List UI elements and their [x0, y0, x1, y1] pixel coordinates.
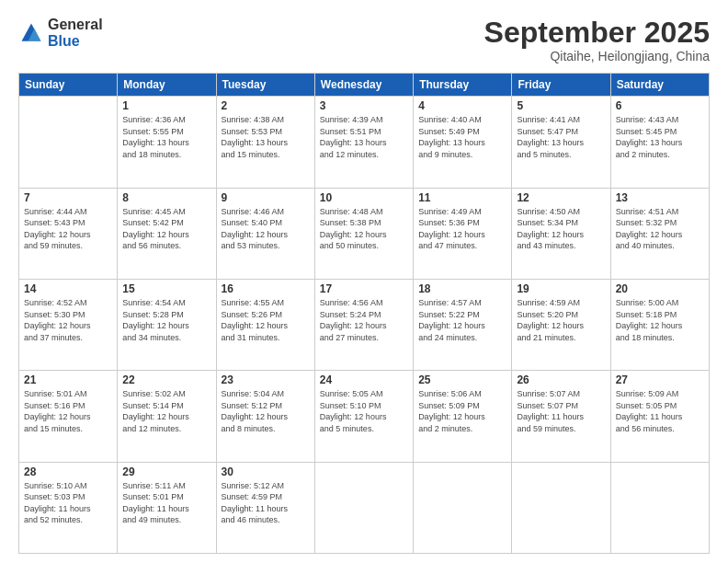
- day-number: 24: [320, 373, 408, 386]
- day-number: 25: [418, 373, 506, 386]
- day-detail: Sunrise: 5:02 AM Sunset: 5:14 PM Dayligh…: [122, 388, 210, 434]
- day-detail: Sunrise: 5:11 AM Sunset: 5:01 PM Dayligh…: [122, 480, 210, 526]
- calendar-cell: 8Sunrise: 4:45 AM Sunset: 5:42 PM Daylig…: [118, 188, 216, 279]
- calendar-cell: 14Sunrise: 4:52 AM Sunset: 5:30 PM Dayli…: [19, 279, 118, 370]
- day-detail: Sunrise: 4:59 AM Sunset: 5:20 PM Dayligh…: [517, 297, 605, 343]
- logo-icon: [18, 20, 44, 46]
- day-detail: Sunrise: 5:01 AM Sunset: 5:16 PM Dayligh…: [24, 388, 112, 434]
- calendar-cell: 25Sunrise: 5:06 AM Sunset: 5:09 PM Dayli…: [414, 371, 512, 462]
- day-detail: Sunrise: 4:57 AM Sunset: 5:22 PM Dayligh…: [418, 297, 506, 343]
- day-number: 22: [122, 373, 210, 386]
- day-number: 12: [517, 191, 605, 204]
- day-number: 18: [418, 282, 506, 295]
- logo-general-text: General: [48, 17, 103, 33]
- weekday-header: Sunday: [19, 74, 118, 97]
- day-number: 27: [616, 373, 704, 386]
- day-number: 16: [222, 282, 310, 295]
- calendar-cell: 16Sunrise: 4:55 AM Sunset: 5:26 PM Dayli…: [216, 279, 314, 370]
- day-detail: Sunrise: 4:49 AM Sunset: 5:36 PM Dayligh…: [418, 206, 506, 252]
- weekday-row: SundayMondayTuesdayWednesdayThursdayFrid…: [19, 74, 710, 97]
- day-number: 21: [24, 373, 112, 386]
- day-detail: Sunrise: 5:06 AM Sunset: 5:09 PM Dayligh…: [418, 388, 506, 434]
- calendar-cell: 29Sunrise: 5:11 AM Sunset: 5:01 PM Dayli…: [118, 462, 216, 553]
- calendar-cell: [414, 462, 512, 553]
- weekday-header: Wednesday: [314, 74, 413, 97]
- calendar-cell: 19Sunrise: 4:59 AM Sunset: 5:20 PM Dayli…: [512, 279, 610, 370]
- day-detail: Sunrise: 4:39 AM Sunset: 5:51 PM Dayligh…: [320, 114, 408, 160]
- calendar-cell: 24Sunrise: 5:05 AM Sunset: 5:10 PM Dayli…: [314, 371, 413, 462]
- calendar-cell: 22Sunrise: 5:02 AM Sunset: 5:14 PM Dayli…: [118, 371, 216, 462]
- calendar-cell: [314, 462, 413, 553]
- day-detail: Sunrise: 4:56 AM Sunset: 5:24 PM Dayligh…: [320, 297, 408, 343]
- calendar-week-row: 14Sunrise: 4:52 AM Sunset: 5:30 PM Dayli…: [19, 279, 710, 370]
- day-number: 4: [418, 99, 506, 112]
- day-number: 1: [122, 99, 210, 112]
- calendar-cell: 12Sunrise: 4:50 AM Sunset: 5:34 PM Dayli…: [512, 188, 610, 279]
- calendar-cell: 15Sunrise: 4:54 AM Sunset: 5:28 PM Dayli…: [118, 279, 216, 370]
- calendar-cell: 11Sunrise: 4:49 AM Sunset: 5:36 PM Dayli…: [414, 188, 512, 279]
- weekday-header: Thursday: [414, 74, 512, 97]
- calendar-cell: 3Sunrise: 4:39 AM Sunset: 5:51 PM Daylig…: [314, 97, 413, 188]
- calendar-cell: 23Sunrise: 5:04 AM Sunset: 5:12 PM Dayli…: [216, 371, 314, 462]
- day-detail: Sunrise: 4:43 AM Sunset: 5:45 PM Dayligh…: [616, 114, 704, 160]
- calendar-cell: 26Sunrise: 5:07 AM Sunset: 5:07 PM Dayli…: [512, 371, 610, 462]
- calendar-cell: 5Sunrise: 4:41 AM Sunset: 5:47 PM Daylig…: [512, 97, 610, 188]
- day-detail: Sunrise: 4:54 AM Sunset: 5:28 PM Dayligh…: [122, 297, 210, 343]
- day-number: 2: [222, 99, 310, 112]
- day-detail: Sunrise: 5:07 AM Sunset: 5:07 PM Dayligh…: [517, 388, 605, 434]
- day-number: 23: [222, 373, 310, 386]
- calendar-cell: 20Sunrise: 5:00 AM Sunset: 5:18 PM Dayli…: [610, 279, 709, 370]
- weekday-header: Monday: [118, 74, 216, 97]
- day-detail: Sunrise: 4:45 AM Sunset: 5:42 PM Dayligh…: [122, 206, 210, 252]
- calendar-cell: 2Sunrise: 4:38 AM Sunset: 5:53 PM Daylig…: [216, 97, 314, 188]
- day-detail: Sunrise: 4:41 AM Sunset: 5:47 PM Dayligh…: [517, 114, 605, 160]
- calendar-cell: 13Sunrise: 4:51 AM Sunset: 5:32 PM Dayli…: [610, 188, 709, 279]
- day-number: 3: [320, 99, 408, 112]
- calendar-cell: 9Sunrise: 4:46 AM Sunset: 5:40 PM Daylig…: [216, 188, 314, 279]
- day-detail: Sunrise: 4:38 AM Sunset: 5:53 PM Dayligh…: [222, 114, 310, 160]
- day-number: 8: [122, 191, 210, 204]
- day-detail: Sunrise: 5:12 AM Sunset: 4:59 PM Dayligh…: [222, 480, 310, 526]
- day-number: 15: [122, 282, 210, 295]
- calendar-header: SundayMondayTuesdayWednesdayThursdayFrid…: [19, 74, 710, 97]
- day-number: 6: [616, 99, 704, 112]
- day-detail: Sunrise: 5:10 AM Sunset: 5:03 PM Dayligh…: [24, 480, 112, 526]
- day-number: 29: [122, 465, 210, 478]
- day-number: 7: [24, 191, 112, 204]
- day-detail: Sunrise: 4:50 AM Sunset: 5:34 PM Dayligh…: [517, 206, 605, 252]
- day-detail: Sunrise: 4:46 AM Sunset: 5:40 PM Dayligh…: [222, 206, 310, 252]
- month-title: September 2025: [484, 17, 710, 49]
- day-detail: Sunrise: 4:44 AM Sunset: 5:43 PM Dayligh…: [24, 206, 112, 252]
- day-number: 11: [418, 191, 506, 204]
- calendar-cell: [19, 97, 118, 188]
- calendar-body: 1Sunrise: 4:36 AM Sunset: 5:55 PM Daylig…: [19, 97, 710, 554]
- weekday-header: Friday: [512, 74, 610, 97]
- calendar-cell: 18Sunrise: 4:57 AM Sunset: 5:22 PM Dayli…: [414, 279, 512, 370]
- calendar-cell: 10Sunrise: 4:48 AM Sunset: 5:38 PM Dayli…: [314, 188, 413, 279]
- logo: General Blue: [18, 17, 103, 49]
- day-detail: Sunrise: 4:36 AM Sunset: 5:55 PM Dayligh…: [122, 114, 210, 160]
- day-number: 30: [222, 465, 310, 478]
- day-number: 5: [517, 99, 605, 112]
- day-number: 10: [320, 191, 408, 204]
- logo-blue-text: Blue: [48, 33, 103, 50]
- day-detail: Sunrise: 4:48 AM Sunset: 5:38 PM Dayligh…: [320, 206, 408, 252]
- page: General Blue September 2025 Qitaihe, Hei…: [0, 0, 728, 563]
- calendar-cell: 30Sunrise: 5:12 AM Sunset: 4:59 PM Dayli…: [216, 462, 314, 553]
- day-number: 17: [320, 282, 408, 295]
- day-number: 13: [616, 191, 704, 204]
- calendar-cell: 27Sunrise: 5:09 AM Sunset: 5:05 PM Dayli…: [610, 371, 709, 462]
- calendar-week-row: 21Sunrise: 5:01 AM Sunset: 5:16 PM Dayli…: [19, 371, 710, 462]
- calendar-cell: 7Sunrise: 4:44 AM Sunset: 5:43 PM Daylig…: [19, 188, 118, 279]
- day-number: 19: [517, 282, 605, 295]
- weekday-header: Tuesday: [216, 74, 314, 97]
- location-subtitle: Qitaihe, Heilongjiang, China: [484, 49, 710, 63]
- calendar-table: SundayMondayTuesdayWednesdayThursdayFrid…: [18, 73, 710, 554]
- title-block: September 2025 Qitaihe, Heilongjiang, Ch…: [484, 17, 710, 63]
- day-detail: Sunrise: 5:09 AM Sunset: 5:05 PM Dayligh…: [616, 388, 704, 434]
- day-detail: Sunrise: 4:40 AM Sunset: 5:49 PM Dayligh…: [418, 114, 506, 160]
- day-detail: Sunrise: 5:04 AM Sunset: 5:12 PM Dayligh…: [222, 388, 310, 434]
- calendar-week-row: 28Sunrise: 5:10 AM Sunset: 5:03 PM Dayli…: [19, 462, 710, 553]
- day-detail: Sunrise: 4:51 AM Sunset: 5:32 PM Dayligh…: [616, 206, 704, 252]
- calendar-week-row: 1Sunrise: 4:36 AM Sunset: 5:55 PM Daylig…: [19, 97, 710, 188]
